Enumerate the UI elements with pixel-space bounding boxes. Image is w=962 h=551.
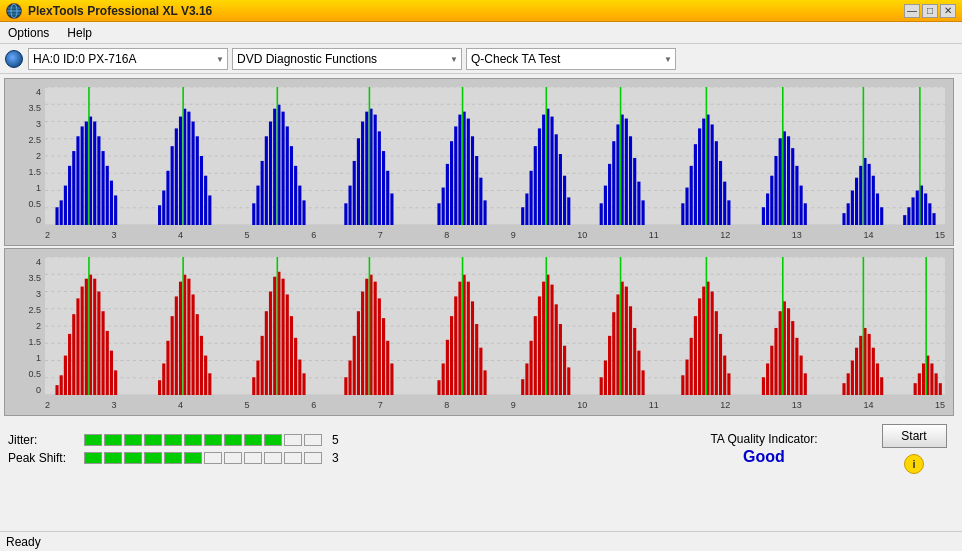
svg-rect-229 [475, 324, 478, 395]
svg-rect-272 [766, 363, 769, 395]
peak-cell-11 [284, 452, 302, 464]
svg-rect-165 [64, 356, 67, 395]
bottom-chart-y-axis: 4 3.5 3 2.5 2 1.5 1 0.5 0 [7, 257, 43, 395]
svg-rect-24 [97, 136, 100, 225]
svg-rect-101 [616, 124, 619, 225]
svg-rect-285 [851, 361, 854, 396]
svg-rect-289 [868, 334, 871, 395]
svg-rect-67 [382, 151, 385, 225]
device-select[interactable]: HA:0 ID:0 PX-716A [28, 48, 228, 70]
svg-rect-95 [567, 197, 570, 225]
jitter-cell-7 [204, 434, 222, 446]
svg-rect-141 [872, 176, 875, 225]
svg-rect-110 [685, 188, 688, 225]
peak-cell-3 [124, 452, 142, 464]
menu-bar: Options Help [0, 22, 962, 44]
svg-rect-279 [795, 338, 798, 395]
svg-rect-169 [81, 287, 84, 395]
svg-rect-205 [302, 373, 305, 395]
window-controls[interactable]: — □ ✕ [904, 4, 956, 18]
maximize-button[interactable]: □ [922, 4, 938, 18]
svg-rect-14 [55, 207, 58, 225]
svg-rect-124 [770, 176, 773, 225]
svg-rect-122 [762, 207, 765, 225]
svg-rect-15 [60, 200, 63, 225]
svg-rect-80 [475, 156, 478, 225]
svg-rect-271 [762, 377, 765, 395]
svg-rect-265 [711, 292, 714, 396]
close-button[interactable]: ✕ [940, 4, 956, 18]
top-chart-inner [45, 87, 945, 225]
svg-rect-32 [166, 171, 169, 225]
svg-rect-281 [804, 373, 807, 395]
svg-rect-250 [616, 294, 619, 395]
svg-rect-227 [467, 282, 470, 395]
test-select[interactable]: Q-Check TA Test [466, 48, 676, 70]
svg-rect-168 [76, 298, 79, 395]
function-select[interactable]: DVD Diagnostic Functions [232, 48, 462, 70]
svg-rect-215 [378, 298, 381, 395]
svg-rect-26 [106, 166, 109, 225]
svg-rect-243 [563, 346, 566, 395]
svg-rect-39 [196, 136, 199, 225]
peak-cell-8 [224, 452, 242, 464]
svg-rect-241 [555, 304, 558, 395]
svg-rect-233 [521, 379, 524, 395]
svg-rect-164 [60, 375, 63, 395]
svg-rect-176 [110, 351, 113, 395]
svg-rect-69 [390, 193, 393, 225]
svg-rect-197 [269, 292, 272, 396]
start-button[interactable]: Start [882, 424, 947, 448]
svg-rect-33 [171, 146, 174, 225]
svg-rect-146 [907, 207, 910, 225]
svg-rect-140 [868, 164, 871, 225]
svg-rect-234 [525, 363, 528, 395]
svg-rect-130 [795, 166, 798, 225]
svg-rect-256 [642, 370, 645, 395]
svg-rect-30 [158, 205, 161, 225]
svg-rect-89 [542, 115, 545, 225]
top-chart-container: 4 3.5 3 2.5 2 1.5 1 0.5 0 [4, 78, 954, 246]
svg-rect-183 [175, 296, 178, 395]
svg-rect-196 [265, 311, 268, 395]
svg-rect-286 [855, 348, 858, 395]
svg-rect-104 [629, 136, 632, 225]
svg-rect-145 [903, 215, 906, 225]
svg-rect-137 [855, 178, 858, 225]
svg-rect-147 [912, 197, 915, 225]
function-select-wrapper[interactable]: DVD Diagnostic Functions [232, 48, 462, 70]
svg-rect-126 [779, 138, 782, 225]
test-select-wrapper[interactable]: Q-Check TA Test [466, 48, 676, 70]
svg-rect-75 [454, 126, 457, 225]
top-chart-svg [45, 87, 945, 225]
svg-rect-98 [604, 186, 607, 225]
device-select-wrapper[interactable]: HA:0 ID:0 PX-716A [28, 48, 228, 70]
menu-help[interactable]: Help [63, 24, 96, 42]
menu-options[interactable]: Options [4, 24, 53, 42]
svg-rect-186 [187, 279, 190, 395]
svg-rect-68 [386, 171, 389, 225]
svg-rect-93 [559, 154, 562, 225]
svg-rect-255 [637, 351, 640, 395]
svg-rect-174 [102, 311, 105, 395]
svg-rect-71 [437, 203, 440, 225]
svg-rect-49 [273, 109, 276, 225]
svg-rect-16 [64, 186, 67, 225]
jitter-cell-5 [164, 434, 182, 446]
svg-rect-300 [939, 383, 942, 395]
svg-rect-275 [779, 311, 782, 395]
svg-rect-184 [179, 282, 182, 395]
minimize-button[interactable]: — [904, 4, 920, 18]
svg-rect-273 [770, 346, 773, 395]
svg-rect-73 [446, 164, 449, 225]
jitter-cell-10 [264, 434, 282, 446]
svg-rect-298 [930, 363, 933, 395]
svg-rect-252 [625, 287, 628, 395]
info-icon-button[interactable]: i [904, 454, 924, 474]
svg-rect-138 [859, 166, 862, 225]
jitter-cell-12 [304, 434, 322, 446]
ta-quality-label: TA Quality Indicator: [710, 432, 817, 446]
peak-shift-meter [84, 452, 322, 464]
peak-cell-7 [204, 452, 222, 464]
svg-rect-175 [106, 331, 109, 395]
